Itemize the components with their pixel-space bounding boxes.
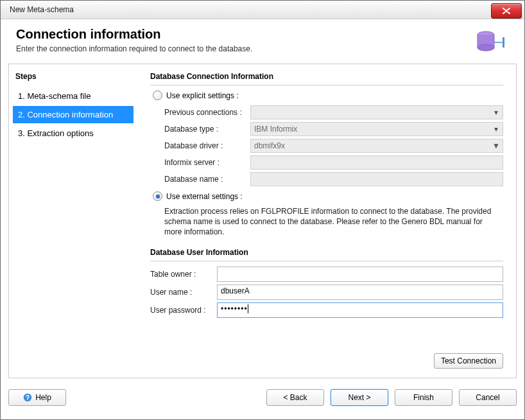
database-name-row: Database name : — [164, 172, 503, 186]
database-type-row: Database type : IBM Informix ▾ — [164, 122, 503, 136]
database-icon — [474, 30, 505, 57]
step-meta-schema-file[interactable]: 1. Meta-schema file — [13, 87, 133, 105]
step-extraction-options[interactable]: 3. Extraction options — [13, 125, 133, 142]
close-icon — [503, 8, 510, 14]
text-caret — [248, 304, 248, 313]
step-label: 3. Extraction options — [18, 128, 94, 138]
db-user-group: Database User Information Table owner : … — [150, 248, 503, 318]
radio-icon — [153, 91, 162, 100]
step-label: 1. Meta-schema file — [18, 91, 90, 101]
informix-server-input[interactable] — [250, 155, 503, 170]
informix-server-label: Informix server : — [164, 158, 250, 167]
database-name-input[interactable] — [250, 172, 503, 186]
informix-server-row: Informix server : — [164, 155, 503, 170]
step-connection-information[interactable]: 2. Connection information — [13, 106, 133, 123]
page-subtitle: Enter the connection information require… — [16, 44, 509, 53]
steps-heading: Steps — [15, 72, 131, 81]
finish-button[interactable]: Finish — [395, 389, 452, 406]
chevron-down-icon: ▼ — [490, 139, 503, 152]
database-type-select[interactable]: IBM Informix ▾ — [250, 122, 503, 136]
page-title: Connection information — [16, 27, 509, 42]
user-name-input[interactable] — [217, 284, 503, 300]
database-driver-row: Database driver : dbmifx9x ▼ — [164, 139, 503, 153]
user-password-label: User password : — [150, 306, 217, 315]
external-settings-note: Extraction process relies on FGLPROFILE … — [164, 206, 498, 238]
chevron-down-icon: ▾ — [490, 123, 503, 136]
test-connection-button[interactable]: Test Connection — [434, 353, 503, 369]
database-type-value: IBM Informix — [254, 125, 297, 134]
user-password-row: User password : •••••••• — [150, 302, 503, 318]
use-external-radio[interactable]: Use external settings : — [153, 191, 503, 201]
next-button[interactable]: Next > — [331, 389, 388, 406]
previous-connections-label: Previous connections : — [164, 108, 250, 117]
button-row: ? Help < Back Next > Finish Cancel — [8, 382, 517, 413]
table-owner-label: Table owner : — [150, 270, 217, 279]
user-name-field[interactable] — [221, 286, 499, 295]
banner: Connection information Enter the connect… — [1, 19, 524, 64]
database-driver-value: dbmifx9x — [254, 141, 285, 150]
radio-icon — [153, 191, 162, 201]
main-panel: Steps 1. Meta-schema file 2. Connection … — [8, 64, 517, 378]
user-password-value: •••••••• — [221, 304, 248, 313]
table-owner-row: Table owner : — [150, 267, 503, 282]
previous-connections-select[interactable]: ▾ — [250, 105, 503, 119]
previous-connections-row: Previous connections : ▾ — [164, 105, 503, 119]
use-explicit-label: Use explicit settings : — [166, 91, 239, 100]
use-explicit-radio[interactable]: Use explicit settings : — [153, 91, 503, 100]
cancel-button[interactable]: Cancel — [459, 389, 517, 406]
back-button[interactable]: < Back — [266, 389, 324, 406]
database-type-label: Database type : — [164, 125, 250, 134]
divider — [150, 85, 503, 85]
svg-text:?: ? — [26, 394, 30, 401]
help-icon: ? — [23, 393, 32, 402]
help-button[interactable]: ? Help — [8, 389, 66, 406]
help-label: Help — [35, 393, 51, 402]
chevron-down-icon: ▾ — [490, 106, 503, 119]
database-name-label: Database name : — [164, 175, 250, 184]
svg-rect-3 — [503, 37, 504, 48]
user-name-row: User name : — [150, 284, 503, 300]
use-external-label: Use external settings : — [166, 192, 243, 201]
window-title: New Meta-schema — [10, 5, 74, 14]
database-driver-select[interactable]: dbmifx9x ▼ — [250, 139, 503, 153]
database-driver-label: Database driver : — [164, 141, 250, 150]
table-owner-field[interactable] — [221, 268, 499, 277]
dialog-window: New Meta-schema Connection information E… — [0, 0, 525, 420]
svg-point-1 — [478, 44, 494, 51]
user-name-label: User name : — [150, 288, 217, 297]
step-label: 2. Connection information — [18, 110, 113, 119]
user-password-input[interactable]: •••••••• — [217, 302, 503, 318]
db-user-title: Database User Information — [150, 248, 503, 257]
titlebar: New Meta-schema — [1, 1, 524, 19]
steps-nav: Steps 1. Meta-schema file 2. Connection … — [9, 64, 137, 378]
close-button[interactable] — [491, 3, 522, 19]
db-connection-title: Database Connection Information — [150, 72, 503, 81]
divider — [150, 261, 503, 261]
db-connection-group: Database Connection Information Use expl… — [150, 72, 503, 238]
form-area: Database Connection Information Use expl… — [137, 64, 516, 378]
table-owner-input[interactable] — [217, 267, 503, 282]
